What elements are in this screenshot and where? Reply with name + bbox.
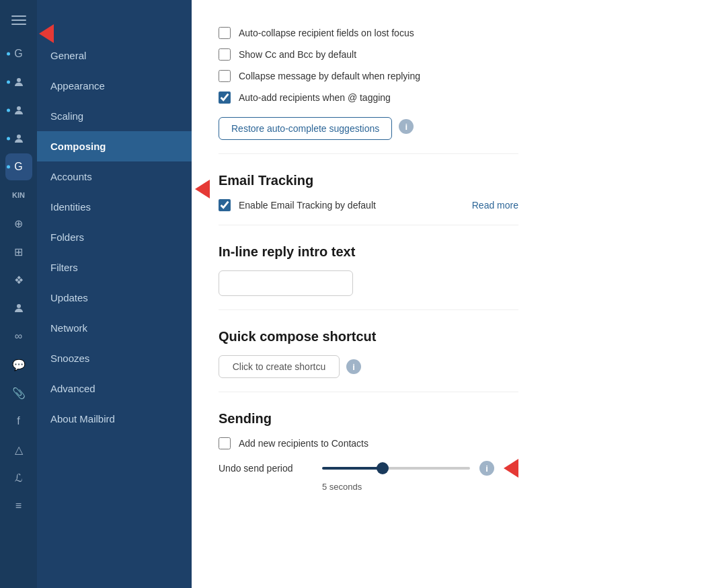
svg-point-2 — [17, 135, 21, 139]
quick-compose-section: Quick compose shortcut Click to create s… — [219, 329, 518, 378]
default-highlight: default — [328, 49, 356, 60]
auto-add-row: Auto-add recipients when @ tagging — [219, 91, 518, 104]
icon-grid[interactable]: ⊞ — [5, 238, 32, 265]
email-tracking-title: Email Tracking — [219, 173, 518, 188]
dropbox-icon: ❖ — [14, 274, 24, 287]
attach-icon: 📎 — [12, 387, 26, 400]
divider-2 — [219, 225, 518, 225]
sidebar-item-updates[interactable]: Updates — [37, 283, 192, 313]
svg-point-0 — [17, 78, 21, 82]
sending-title: Sending — [219, 411, 518, 427]
show-cc-bcc-label: Show Cc and Bcc by default — [239, 49, 356, 60]
grid-icon: ⊞ — [14, 246, 23, 258]
undo-send-info-icon[interactable]: i — [479, 461, 494, 476]
icon-dropbox[interactable]: ❖ — [5, 266, 32, 293]
sidebar: General Appearance Scaling Composing Acc… — [37, 0, 192, 588]
icon-kin[interactable]: KIN — [5, 182, 32, 209]
restore-button[interactable]: Restore auto-complete suggestions — [219, 117, 392, 140]
sidebar-item-accounts[interactable]: Accounts — [37, 161, 192, 192]
shortcut-row: Click to create shortcu i — [219, 355, 518, 378]
svg-point-3 — [17, 304, 21, 308]
show-cc-bcc-row: Show Cc and Bcc by default — [219, 48, 518, 61]
sending-red-arrow-icon — [504, 459, 518, 478]
restore-row: Restore auto-complete suggestions i — [219, 113, 518, 140]
sidebar-item-advanced[interactable]: Advanced — [37, 373, 192, 404]
g2-icon: G — [14, 161, 22, 173]
icon-g[interactable]: G — [5, 40, 32, 67]
sidebar-item-appearance[interactable]: Appearance — [37, 71, 192, 101]
g-icon: G — [14, 48, 22, 60]
sidebar-item-composing[interactable]: Composing — [37, 131, 192, 161]
sidebar-item-folders[interactable]: Folders — [37, 222, 192, 252]
sidebar-item-network[interactable]: Network — [37, 313, 192, 343]
inline-reply-title: In-line reply intro text — [219, 244, 518, 260]
collapse-reply-label: Collapse message by default when replyin… — [239, 71, 420, 81]
undo-send-label: Undo send period — [219, 463, 313, 474]
auto-collapse-row: Auto-collapse recipient fields on lost f… — [219, 27, 518, 39]
add-recipients-label: Add new recipients to Contacts — [239, 438, 368, 449]
read-more-link[interactable]: Read more — [472, 200, 518, 211]
add-recipients-row: Add new recipients to Contacts — [219, 437, 518, 449]
l-icon: ℒ — [15, 472, 23, 484]
sidebar-item-scaling[interactable]: Scaling — [37, 101, 192, 131]
email-tracking-section: Email Tracking Enable Email Tracking by … — [219, 173, 518, 211]
shortcut-info-icon[interactable]: i — [346, 359, 361, 374]
enable-tracking-row: Enable Email Tracking by default — [219, 199, 376, 211]
auto-collapse-checkbox[interactable] — [219, 27, 231, 39]
auto-add-label: Auto-add recipients when @ tagging — [239, 92, 391, 103]
restore-info-icon[interactable]: i — [399, 119, 414, 134]
seconds-label: 5 seconds — [322, 482, 362, 492]
undo-send-slider[interactable] — [322, 467, 470, 470]
icon-facebook[interactable]: f — [5, 408, 32, 435]
sidebar-item-snoozes[interactable]: Snoozes — [37, 343, 192, 373]
top-arrow-annotation — [39, 24, 54, 43]
enable-tracking-label: Enable Email Tracking by default — [239, 200, 376, 211]
sending-section: Sending Add new recipients to Contacts U… — [219, 411, 518, 492]
icon-person4[interactable] — [5, 295, 32, 322]
icon-l[interactable]: ℒ — [5, 464, 32, 491]
layers-icon: ≡ — [15, 500, 22, 512]
divider-4 — [219, 392, 518, 392]
icon-layers[interactable]: ≡ — [5, 492, 32, 519]
circle-icon: ⊕ — [14, 217, 23, 230]
icon-attach[interactable]: 📎 — [5, 379, 32, 406]
collapse-reply-row: Collapse message by default when replyin… — [219, 70, 518, 82]
auto-add-checkbox[interactable] — [219, 91, 231, 104]
seconds-display: 5 seconds — [322, 480, 518, 492]
main-content: Auto-collapse recipient fields on lost f… — [192, 0, 552, 588]
inline-reply-section: In-line reply intro text — [219, 244, 518, 296]
icon-g2[interactable]: G — [5, 153, 32, 180]
divider-1 — [219, 153, 518, 154]
show-cc-bcc-checkbox[interactable] — [219, 48, 231, 61]
icon-infinity[interactable]: ∞ — [5, 323, 32, 350]
inline-reply-input[interactable] — [219, 270, 353, 296]
svg-point-1 — [17, 106, 21, 110]
shortcut-button[interactable]: Click to create shortcu — [219, 355, 340, 378]
icon-circle[interactable]: ⊕ — [5, 210, 32, 237]
kin-icon: KIN — [12, 191, 25, 199]
icon-bar: G G KIN ⊕ ⊞ ❖ — [0, 0, 37, 588]
hamburger-menu[interactable] — [5, 7, 32, 34]
drive-icon: △ — [15, 443, 23, 456]
sidebar-item-general[interactable]: General — [37, 40, 192, 71]
email-tracking-row: Enable Email Tracking by default Read mo… — [219, 199, 518, 211]
icon-person3[interactable] — [5, 125, 32, 152]
enable-tracking-checkbox[interactable] — [219, 199, 231, 211]
sidebar-item-about[interactable]: About Mailbird — [37, 404, 192, 434]
icon-person2[interactable] — [5, 97, 32, 124]
quick-compose-title: Quick compose shortcut — [219, 329, 518, 344]
facebook-icon: f — [17, 415, 20, 427]
sidebar-item-filters[interactable]: Filters — [37, 252, 192, 283]
composing-arrow-annotation — [195, 180, 210, 198]
red-arrow-left-icon — [39, 24, 54, 43]
composing-red-arrow-icon — [195, 180, 210, 198]
add-recipients-checkbox[interactable] — [219, 437, 231, 449]
collapse-reply-checkbox[interactable] — [219, 70, 231, 82]
sidebar-item-identities[interactable]: Identities — [37, 192, 192, 222]
auto-collapse-label: Auto-collapse recipient fields on lost f… — [239, 28, 414, 38]
icon-drive[interactable]: △ — [5, 436, 32, 463]
undo-send-row: Undo send period i — [219, 459, 518, 478]
icon-person1[interactable] — [5, 69, 32, 96]
divider-3 — [219, 309, 518, 310]
icon-whatsapp[interactable]: 💬 — [5, 351, 32, 378]
